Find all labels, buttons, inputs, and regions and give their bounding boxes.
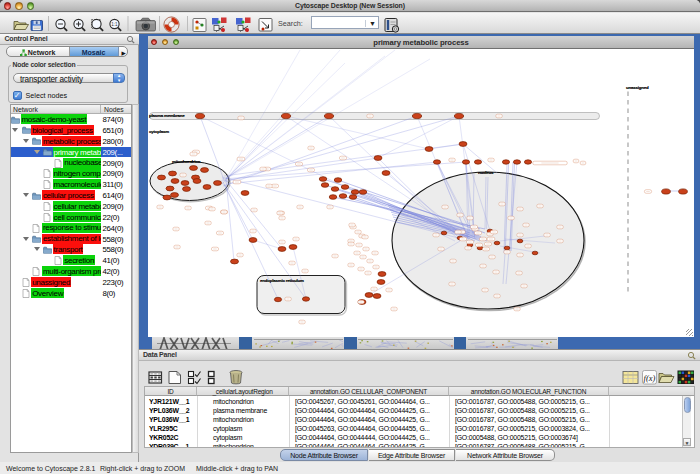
svg-text:cytoplasm: cytoplasm	[149, 129, 169, 134]
svg-text:1:1: 1:1	[111, 22, 118, 27]
svg-text:plasma membrane: plasma membrane	[149, 113, 185, 118]
svg-text:unassigned: unassigned	[626, 84, 649, 89]
svg-text:f(x): f(x)	[644, 373, 656, 383]
svg-text:endoplasmic reticulum: endoplasmic reticulum	[260, 278, 304, 283]
svg-text:nucleus: nucleus	[478, 170, 494, 175]
svg-text:mitochondrion: mitochondrion	[172, 159, 201, 164]
